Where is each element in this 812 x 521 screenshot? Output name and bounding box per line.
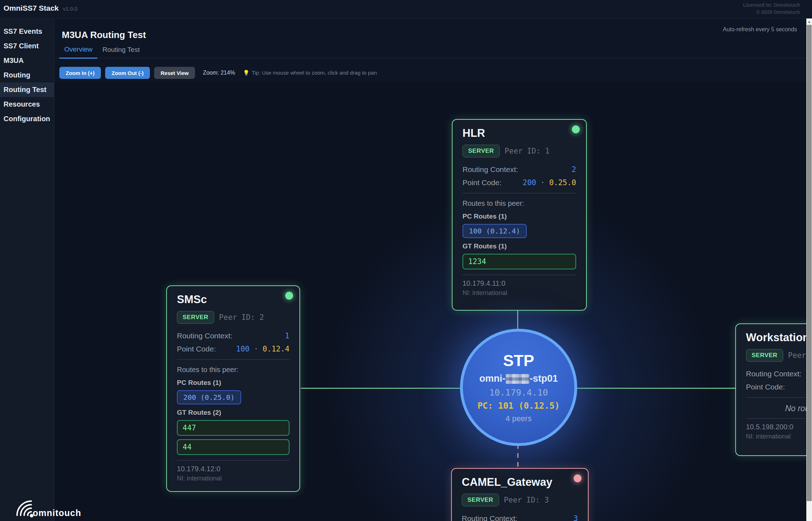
point-code-formatted: 0.12.4 — [262, 345, 289, 353]
scrollbar-thumb[interactable] — [807, 25, 812, 501]
routes-to-peer-label: Routes to this peer: — [462, 199, 576, 208]
status-dot — [285, 292, 293, 300]
stp-hostname: omni--stp01 — [479, 373, 558, 384]
auto-refresh-status: Auto-refresh every 5 seconds — [723, 26, 797, 33]
gt-routes-label: GT Routes (2) — [177, 409, 289, 417]
node-name: SMSc — [177, 293, 289, 306]
routing-context-value: 1 — [285, 332, 289, 340]
node-name: CAMEL_Gateway — [462, 476, 578, 489]
routing-context-value: 3 — [573, 514, 578, 521]
sidebar-item-routing-test[interactable]: Routing Test — [0, 82, 54, 97]
peer-id: Peer ID: 2 — [219, 313, 264, 322]
scrollbar-up-arrow-icon[interactable]: ▲ — [806, 18, 812, 25]
reset-view-button[interactable]: Reset View — [154, 67, 195, 79]
routing-context-label: Routing Context: — [462, 514, 517, 521]
routing-context-value: 2 — [572, 165, 576, 174]
gt-route-box[interactable]: 44 — [177, 439, 289, 455]
status-dot — [572, 125, 580, 133]
point-code-label: Point Code: — [462, 178, 502, 187]
app-window: OmniSS7 Stack v1.0.0 Licensed to: Omnito… — [0, 0, 812, 521]
peer-id: Peer ID: 1 — [505, 147, 550, 155]
page-title: M3UA Routing Test — [62, 29, 146, 41]
top-bar: OmniSS7 Stack v1.0.0 Licensed to: Omnito… — [0, 0, 812, 19]
server-badge: SERVER — [746, 349, 783, 362]
node-card-smsc[interactable]: SMSc SERVER Peer ID: 2 Routing Context:1… — [166, 285, 300, 492]
network-indicator: NI: international — [746, 433, 806, 440]
brand: OmniSS7 Stack v1.0.0 — [4, 4, 77, 12]
licensed-to: Licensed to: Omnitouch — [743, 1, 800, 9]
copyright: © 2025 Omnitouch — [743, 9, 800, 16]
point-code-value: 100 — [236, 345, 250, 353]
node-address: 10.179.4.11:0 — [462, 279, 576, 288]
peer-id: Peer ID: 3 — [504, 496, 549, 504]
sidebar-item-configuration[interactable]: Configuration — [0, 112, 54, 126]
tip-text: Tip: Use mouse wheel to zoom, click and … — [252, 70, 377, 76]
tab-overview[interactable]: Overview — [59, 45, 97, 59]
sidebar-item-routing[interactable]: Routing — [0, 68, 54, 82]
point-code-separator: · — [254, 345, 258, 353]
topology-canvas[interactable]: HLR SERVER Peer ID: 1 Routing Context:2 … — [54, 82, 806, 521]
gt-routes-label: GT Routes (1) — [462, 242, 576, 250]
logo-arcs-icon — [9, 499, 36, 519]
license-info: Licensed to: Omnitouch © 2025 Omnitouch — [743, 1, 800, 16]
node-address: 10.5.198.200:0 — [746, 423, 806, 431]
server-badge: SERVER — [462, 494, 499, 506]
server-badge: SERVER — [177, 311, 214, 324]
node-name: Workstation — [746, 331, 806, 344]
sidebar-item-ss7-client[interactable]: SS7 Client — [0, 39, 54, 53]
network-indicator: NI: international — [462, 289, 576, 297]
routing-context-label: Routing Context: — [746, 370, 801, 378]
network-indicator: NI: international — [177, 475, 289, 482]
sidebar: SS7 Events SS7 Client M3UA Routing Routi… — [0, 18, 54, 521]
pan-zoom-tip: 💡Tip: Use mouse wheel to zoom, click and… — [243, 70, 377, 76]
stp-point-code: PC: 101 (0.12.5) — [477, 401, 559, 411]
zoom-level-readout: Zoom: 214% — [203, 70, 235, 76]
node-circle-stp[interactable]: STP omni--stp01 10.179.4.10 PC: 101 (0.1… — [460, 329, 577, 446]
node-card-hlr[interactable]: HLR SERVER Peer ID: 1 Routing Context:2 … — [452, 119, 587, 311]
pc-routes-label: PC Routes (1) — [462, 213, 576, 220]
lightbulb-icon: 💡 — [243, 70, 250, 76]
stp-peer-count: 4 peers — [505, 414, 531, 423]
app-version: v1.0.0 — [63, 6, 77, 12]
peer-id: Peer ID: — [788, 351, 806, 360]
link-stp-camel-dashed — [517, 444, 519, 469]
gt-route-box[interactable]: 447 — [177, 420, 289, 436]
gt-route-box[interactable]: 1234 — [462, 254, 576, 269]
omnitouch-logo: omnitouch — [9, 499, 81, 519]
zoom-out-button[interactable]: Zoom Out (-) — [105, 67, 150, 79]
node-card-workstation[interactable]: Workstation SERVER Peer ID: Routing Cont… — [735, 323, 806, 456]
no-routes-message: No routes — [746, 404, 806, 413]
link-stp-workstation — [571, 388, 736, 389]
pc-route-chip[interactable]: 100 (0.12.4) — [462, 224, 527, 238]
redacted-hostname-segment — [506, 374, 529, 384]
sidebar-item-ss7-events[interactable]: SS7 Events — [0, 24, 54, 39]
node-card-camel-gateway[interactable]: CAMEL_Gateway SERVER Peer ID: 3 Routing … — [451, 468, 589, 521]
tab-bar: Overview Routing Test — [54, 46, 806, 58]
point-code-value: 200 — [523, 178, 536, 187]
node-name: STP — [503, 351, 534, 370]
point-code-label: Point Code: — [746, 383, 785, 391]
app-title: OmniSS7 Stack — [4, 4, 59, 12]
point-code-separator: · — [540, 178, 545, 187]
routing-context-label: Routing Context: — [462, 165, 518, 174]
routes-to-peer-label: Routes to this peer: — [177, 366, 289, 374]
status-dot — [574, 474, 581, 482]
point-code-label: Point Code: — [177, 345, 216, 353]
server-badge: SERVER — [462, 145, 500, 157]
sidebar-item-m3ua[interactable]: M3UA — [0, 53, 54, 68]
node-address: 10.179.4.12:0 — [177, 465, 289, 473]
pc-route-chip[interactable]: 200 (0.25.0) — [177, 390, 241, 404]
tab-routing-test[interactable]: Routing Test — [97, 46, 145, 58]
zoom-in-button[interactable]: Zoom In (+) — [59, 67, 101, 79]
vertical-scrollbar[interactable]: ▲ — [806, 18, 812, 521]
pc-routes-label: PC Routes (1) — [177, 379, 289, 387]
logo-text: omnitouch — [33, 508, 81, 518]
routing-context-label: Routing Context: — [177, 332, 232, 340]
link-smsc-stp — [301, 388, 468, 389]
canvas-toolbar: Zoom In (+) Zoom Out (-) Reset View Zoom… — [59, 67, 377, 79]
sidebar-item-resources[interactable]: Resources — [0, 97, 54, 112]
node-name: HLR — [462, 127, 576, 140]
point-code-formatted: 0.25.0 — [549, 178, 576, 187]
stp-ip: 10.179.4.10 — [489, 387, 548, 398]
